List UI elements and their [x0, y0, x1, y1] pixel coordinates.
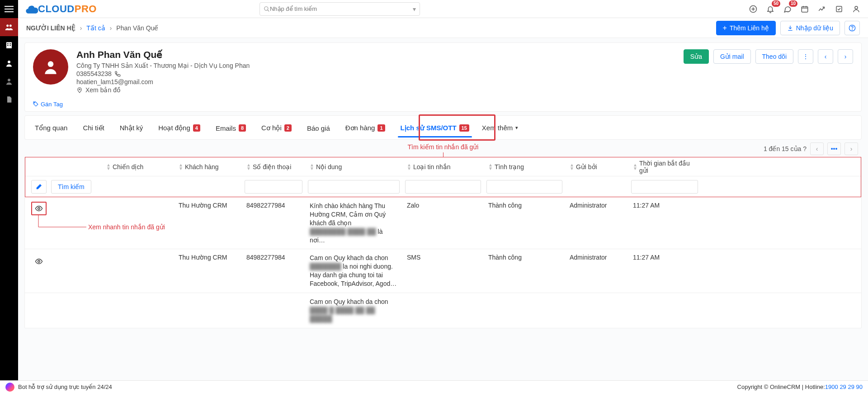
- breadcrumb-root[interactable]: NGƯỜI LIÊN HỆ: [26, 24, 75, 32]
- import-button[interactable]: Nhập dữ liệu: [780, 21, 840, 35]
- tab-sms-history[interactable]: Lịch sử SMS/OTT15: [393, 118, 476, 137]
- filter-type-input[interactable]: [405, 180, 481, 194]
- cloud-icon: [24, 3, 38, 15]
- svg-rect-3: [7, 43, 8, 44]
- tab-overview[interactable]: Tổng quan: [28, 118, 75, 137]
- cell-time: 11:27 AM: [628, 202, 701, 209]
- follow-button[interactable]: Theo dõi: [755, 49, 793, 64]
- tab-opportunity[interactable]: Cơ hội2: [254, 118, 299, 137]
- filter-time-input[interactable]: [631, 180, 698, 194]
- global-search[interactable]: ▾: [259, 2, 420, 16]
- th-content[interactable]: ▲▼Nội dung: [305, 163, 402, 170]
- contact-email: hoatien_lam15@gmail.com: [76, 78, 250, 85]
- topbar: CLOUDPRO ▾ 50 10: [18, 0, 868, 18]
- more-vert-button[interactable]: ⋮: [798, 49, 813, 64]
- map-link[interactable]: Xem bản đồ: [85, 86, 121, 94]
- view-row-button[interactable]: [31, 202, 47, 215]
- add-icon[interactable]: [749, 5, 758, 14]
- search-button[interactable]: Tìm kiếm: [51, 180, 91, 194]
- svg-rect-2: [6, 42, 12, 48]
- rail-building-icon[interactable]: [0, 36, 18, 54]
- tab-quote[interactable]: Báo giá: [300, 118, 337, 137]
- clear-filter-button[interactable]: [31, 180, 47, 194]
- annotation-row-hint: Xem nhanh tin nhắn đã gửi: [88, 223, 165, 231]
- bell-badge: 50: [772, 0, 780, 7]
- filter-status-input[interactable]: [486, 180, 562, 194]
- task-icon[interactable]: [835, 5, 844, 14]
- breadcrumb-all[interactable]: Tất cả: [86, 24, 105, 32]
- top-icons: 50 10: [749, 5, 864, 14]
- table-header: ▲▼Chiến dịch ▲▼Khách hàng ▲▼Số điện thoạ…: [25, 157, 861, 176]
- th-customer[interactable]: ▲▼Khách hàng: [174, 163, 242, 170]
- cell-sender: Administrator: [565, 254, 628, 261]
- subbar: NGƯỜI LIÊN HỆ › Tất cả › Phan Văn Quế + …: [18, 18, 868, 38]
- svg-rect-5: [7, 45, 8, 46]
- th-status[interactable]: ▲▼Tình trạng: [484, 163, 565, 170]
- table-row: Thu Hường CRM 84982277984 Cam on Quy kha…: [25, 249, 861, 293]
- search-input[interactable]: [270, 5, 413, 12]
- tabs: Tổng quan Chi tiết Nhật ký Hoạt động4 Em…: [24, 115, 862, 140]
- chevron-down-icon[interactable]: ▾: [413, 5, 416, 13]
- add-contact-label: Thêm Liên hệ: [730, 24, 769, 32]
- view-row-button[interactable]: [31, 255, 47, 268]
- prev-record-button[interactable]: ‹: [818, 49, 833, 64]
- chart-icon[interactable]: [817, 5, 826, 14]
- download-icon: [787, 25, 793, 31]
- rail-person2-icon[interactable]: [0, 72, 18, 90]
- help-button[interactable]: [844, 21, 860, 35]
- messenger-icon[interactable]: [5, 383, 14, 392]
- tab-detail[interactable]: Chi tiết: [75, 118, 111, 137]
- table-row: Cam on Quy khach da chon ████ █ ████ ██ …: [25, 293, 861, 328]
- contact-card: Anh Phan Văn Quế Công Ty TNHH Sản Xuất -…: [24, 43, 862, 112]
- th-sender[interactable]: ▲▼Gửi bởi: [565, 163, 628, 170]
- chat-badge: 10: [789, 0, 797, 7]
- contact-company: Công Ty TNHH Sản Xuất - Thương Mại - Dịc…: [76, 62, 250, 69]
- cell-type: Zalo: [402, 202, 484, 209]
- eye-icon: [35, 257, 43, 265]
- phone-icon[interactable]: [114, 71, 121, 77]
- footer: Bot hỗ trợ sử dụng trực tuyến 24/24 Copy…: [0, 380, 868, 393]
- hotline-link[interactable]: 1900 29 29 90: [825, 384, 863, 390]
- svg-point-20: [38, 260, 40, 263]
- filter-phone-input[interactable]: [245, 180, 302, 194]
- rail-contacts-icon[interactable]: [0, 18, 18, 36]
- next-record-button[interactable]: ›: [838, 49, 853, 64]
- add-contact-button[interactable]: + Thêm Liên hệ: [716, 21, 776, 35]
- svg-rect-12: [836, 6, 842, 12]
- cell-type: SMS: [402, 254, 484, 261]
- tab-order[interactable]: Đơn hàng1: [338, 118, 392, 137]
- tab-more[interactable]: Xem thêm▾: [477, 118, 523, 138]
- svg-point-1: [9, 24, 12, 27]
- svg-point-16: [48, 61, 54, 67]
- svg-point-18: [34, 102, 35, 103]
- sendmail-button[interactable]: Gửi mail: [713, 49, 751, 64]
- th-phone[interactable]: ▲▼Số điện thoại: [242, 163, 305, 170]
- tag-link[interactable]: Gán Tag: [33, 101, 63, 108]
- tab-diary[interactable]: Nhật ký: [113, 118, 151, 137]
- rail-doc-icon[interactable]: [0, 90, 18, 109]
- th-type[interactable]: ▲▼Loại tin nhắn: [402, 163, 484, 170]
- svg-point-13: [855, 6, 858, 9]
- hamburger-icon[interactable]: [0, 0, 18, 18]
- th-time[interactable]: ▲▼Thời gian bắt đầu gửi: [628, 160, 701, 174]
- tab-emails[interactable]: Emails8: [208, 118, 253, 137]
- chat-icon[interactable]: 10: [783, 5, 792, 14]
- svg-rect-4: [10, 43, 11, 44]
- tab-activity[interactable]: Hoạt động4: [151, 118, 208, 137]
- avatar: [33, 49, 68, 85]
- cell-time: 11:27 AM: [628, 254, 701, 261]
- user-icon[interactable]: [852, 5, 861, 14]
- th-campaign[interactable]: ▲▼Chiến dịch: [102, 163, 174, 170]
- breadcrumb-current: Phan Văn Quế: [116, 24, 158, 32]
- calendar-icon[interactable]: [800, 5, 809, 14]
- filter-content-input[interactable]: [308, 180, 400, 194]
- rail-person-icon[interactable]: [0, 54, 18, 72]
- annotation-search-hint: Tìm kiếm tin nhắn đã gửi: [18, 143, 868, 151]
- breadcrumb: NGƯỜI LIÊN HỆ › Tất cả › Phan Văn Quế: [26, 24, 158, 32]
- bell-icon[interactable]: 50: [766, 5, 775, 14]
- contact-phone: 0385543238: [76, 70, 112, 77]
- edit-button[interactable]: Sửa: [684, 49, 709, 64]
- table-row: Thu Hường CRM 84982277984 Kính chào khác…: [25, 197, 861, 249]
- logo[interactable]: CLOUDPRO: [24, 0, 97, 18]
- annotation-row-line: [32, 214, 86, 232]
